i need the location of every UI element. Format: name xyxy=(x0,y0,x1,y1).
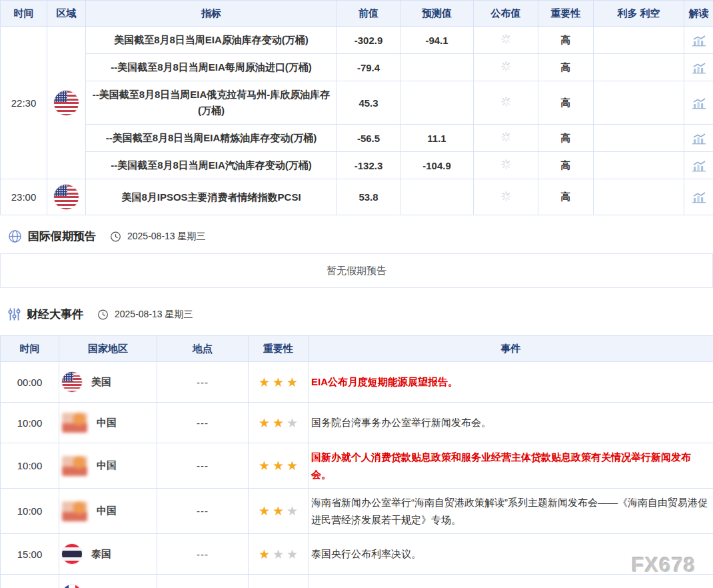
star-icon: ★ xyxy=(273,416,284,430)
indicator-link[interactable]: --美国截至8月8日当周EIA汽油库存变动(万桶) xyxy=(86,152,337,179)
th-flag-icon xyxy=(62,544,82,564)
indicator-link[interactable]: --美国截至8月8日当周EIA精炼油库存变动(万桶) xyxy=(86,125,337,152)
events-column-header: 国家地区 xyxy=(59,336,157,362)
indicator-link[interactable]: 美国截至8月8日当周EIA原油库存变动(万桶) xyxy=(86,27,337,54)
events-section-title: 财经大事件 xyxy=(27,307,83,322)
star-icon: ★ xyxy=(259,375,270,389)
published-value-cell xyxy=(474,54,538,81)
calendar-row: --美国截至8月8日当周EIA每周原油进口(万桶)-79.4高 xyxy=(1,54,713,81)
calendar-column-header: 区域 xyxy=(47,1,86,27)
time-cell: 22:30 xyxy=(1,27,47,179)
events-body: 00:00美国---★★★EIA公布月度短期能源展望报告。10:00中国---★… xyxy=(1,362,713,588)
events-column-header: 时间 xyxy=(1,336,59,362)
importance-stars: ★★★ xyxy=(249,534,309,575)
importance-stars: ★★★ xyxy=(249,362,309,403)
event-text: 海南省新闻办公室举行“海南自贸港政策解读”系列主题新闻发布会——《海南自由贸易港… xyxy=(309,489,713,534)
star-icon: ★ xyxy=(287,416,298,430)
importance-label: 高 xyxy=(538,27,594,54)
star-icon: ★ xyxy=(259,416,270,430)
bar-chart-icon[interactable] xyxy=(691,191,707,203)
calendar-column-header: 公布值 xyxy=(474,1,538,27)
interpretation-cell[interactable] xyxy=(684,81,713,125)
events-section-date: 2025-08-13 星期三 xyxy=(115,309,193,321)
spinner-icon xyxy=(501,34,511,44)
published-value-cell xyxy=(474,152,538,179)
event-text[interactable]: 国新办就个人消费贷款贴息政策和服务业经营主体贷款贴息政策有关情况举行新闻发布会。 xyxy=(309,443,713,489)
importance-label: 高 xyxy=(538,81,594,125)
forecast-value: 11.1 xyxy=(400,125,474,152)
calendar-header-row: 时间区域指标前值预测值公布值重要性利多 利空解读 xyxy=(1,1,713,27)
events-column-header: 重要性 xyxy=(249,336,309,362)
globe-icon xyxy=(8,229,22,243)
spinner-icon xyxy=(501,132,511,142)
country-inner: 中国 xyxy=(62,456,154,476)
country-inner: 泰国 xyxy=(62,544,154,564)
calendar-row: 23:00美国8月IPSOS主要消费者情绪指数PCSI53.8高 xyxy=(1,179,713,215)
location-cell: --- xyxy=(157,443,249,489)
indicator-link[interactable]: --美国截至8月8日当周EIA每周原油进口(万桶) xyxy=(86,54,337,81)
importance-label: 高 xyxy=(538,125,594,152)
star-icon: ★ xyxy=(287,547,298,561)
importance-stars: ★★★ xyxy=(249,443,309,489)
star-icon: ★ xyxy=(273,504,284,518)
event-time-cell: 16:00 xyxy=(1,575,59,588)
calendar-column-header: 时间 xyxy=(1,1,47,27)
china-flag-blurred-icon xyxy=(62,413,87,433)
country-name: 中国 xyxy=(97,459,117,472)
calendar-row: --美国截至8月8日当周EIA精炼油库存变动(万桶)-56.511.1高 xyxy=(1,125,713,152)
indicator-link[interactable]: --美国截至8月8日当周EIA俄克拉荷马州-库欣原油库存(万桶) xyxy=(86,81,337,125)
star-icon: ★ xyxy=(273,375,284,389)
published-value-cell xyxy=(474,179,538,215)
event-row: 00:00美国---★★★EIA公布月度短期能源展望报告。 xyxy=(1,362,713,403)
us-flag-icon xyxy=(54,91,79,115)
country-name: 泰国 xyxy=(91,548,111,561)
events-column-header: 地点 xyxy=(157,336,249,362)
bar-chart-icon[interactable] xyxy=(691,160,707,172)
forecast-value xyxy=(400,179,474,215)
importance-label: 高 xyxy=(538,152,594,179)
calendar-column-header: 解读 xyxy=(684,1,713,27)
importance-stars: ★★★ xyxy=(249,575,309,588)
event-row: 10:00中国---★★★海南省新闻办公室举行“海南自贸港政策解读”系列主题新闻… xyxy=(1,489,713,534)
event-time-cell: 15:00 xyxy=(1,534,59,575)
us-flag-icon xyxy=(62,372,82,392)
forecast-value: -104.9 xyxy=(400,152,474,179)
us-flag-icon xyxy=(54,185,79,209)
interpretation-cell[interactable] xyxy=(684,27,713,54)
country-name: 中国 xyxy=(97,505,117,517)
sliders-icon xyxy=(8,307,21,321)
fx678-watermark: FX678 xyxy=(632,553,696,577)
clock-icon xyxy=(97,309,109,320)
events-column-header: 事件 xyxy=(309,336,713,362)
location-cell: --- xyxy=(157,403,249,443)
country-inner: 中国 xyxy=(62,413,154,433)
country-cell: 美国 xyxy=(59,362,157,403)
bar-chart-icon[interactable] xyxy=(691,35,707,47)
events-table: 时间国家地区地点重要性事件 00:00美国---★★★EIA公布月度短期能源展望… xyxy=(0,335,713,588)
bar-chart-icon[interactable] xyxy=(691,62,707,74)
country-cell: 中国 xyxy=(59,403,157,443)
forecast-value xyxy=(400,54,474,81)
indicator-link[interactable]: 美国8月IPSOS主要消费者情绪指数PCSI xyxy=(86,179,337,215)
country-name: 美国 xyxy=(91,376,111,389)
interpretation-cell[interactable] xyxy=(684,152,713,179)
event-time-cell: 00:00 xyxy=(1,362,59,403)
country-name: 中国 xyxy=(97,417,117,429)
country-inner: 中国 xyxy=(62,501,154,521)
calendar-column-header: 指标 xyxy=(86,1,337,27)
event-text[interactable]: EIA公布月度短期能源展望报告。 xyxy=(309,362,713,403)
star-icon: ★ xyxy=(273,547,284,561)
event-time-cell: 10:00 xyxy=(1,489,59,534)
calendar-body: 22:30美国截至8月8日当周EIA原油库存变动(万桶)-302.9-94.1高… xyxy=(1,27,713,215)
forecast-value: -94.1 xyxy=(400,27,474,54)
location-cell: --- xyxy=(157,489,249,534)
interpretation-cell[interactable] xyxy=(684,54,713,81)
region-cell xyxy=(47,27,86,179)
country-cell: 中国 xyxy=(59,443,157,489)
star-icon: ★ xyxy=(287,504,298,518)
bar-chart-icon[interactable] xyxy=(691,133,707,145)
previous-value: -79.4 xyxy=(337,54,400,81)
interpretation-cell[interactable] xyxy=(684,125,713,152)
bar-chart-icon[interactable] xyxy=(691,97,707,109)
interpretation-cell[interactable] xyxy=(684,179,713,215)
